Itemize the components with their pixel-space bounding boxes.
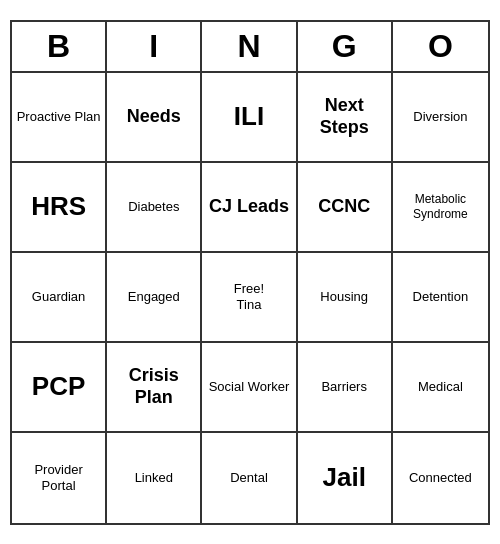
cell-label: Barriers [321,379,367,395]
cell-label: ILI [234,101,264,132]
cell-label: Connected [409,470,472,486]
cell-r3-c0: PCP [12,343,107,433]
cell-label: Guardian [32,289,85,305]
cell-label: Free! Tina [234,281,264,312]
cell-r1-c4: Metabolic Syndrome [393,163,488,253]
cell-label: Diabetes [128,199,179,215]
cell-r2-c4: Detention [393,253,488,343]
cell-label: CCNC [318,196,370,218]
bingo-header: BINGO [12,22,488,73]
cell-r4-c1: Linked [107,433,202,523]
cell-r1-c3: CCNC [298,163,393,253]
cell-label: Crisis Plan [111,365,196,408]
bingo-grid: Proactive PlanNeedsILINext StepsDiversio… [12,73,488,523]
cell-label: Provider Portal [16,462,101,493]
header-letter: N [202,22,297,71]
cell-label: CJ Leads [209,196,289,218]
cell-label: Metabolic Syndrome [397,192,484,221]
cell-r1-c2: CJ Leads [202,163,297,253]
cell-label: Engaged [128,289,180,305]
cell-label: Proactive Plan [17,109,101,125]
cell-r0-c1: Needs [107,73,202,163]
cell-r2-c1: Engaged [107,253,202,343]
header-letter: G [298,22,393,71]
cell-r2-c3: Housing [298,253,393,343]
cell-r3-c4: Medical [393,343,488,433]
cell-label: Linked [135,470,173,486]
bingo-card: BINGO Proactive PlanNeedsILINext StepsDi… [10,20,490,525]
header-letter: O [393,22,488,71]
cell-label: HRS [31,191,86,222]
cell-r0-c3: Next Steps [298,73,393,163]
cell-r0-c0: Proactive Plan [12,73,107,163]
cell-r4-c3: Jail [298,433,393,523]
cell-label: PCP [32,371,85,402]
cell-r3-c1: Crisis Plan [107,343,202,433]
cell-r4-c2: Dental [202,433,297,523]
cell-label: Needs [127,106,181,128]
cell-r1-c0: HRS [12,163,107,253]
cell-label: Jail [323,462,366,493]
cell-label: Dental [230,470,268,486]
cell-label: Housing [320,289,368,305]
cell-label: Detention [413,289,469,305]
cell-label: Social Worker [209,379,290,395]
cell-r3-c2: Social Worker [202,343,297,433]
header-letter: I [107,22,202,71]
cell-r0-c2: ILI [202,73,297,163]
cell-label: Next Steps [302,95,387,138]
cell-r4-c4: Connected [393,433,488,523]
header-letter: B [12,22,107,71]
cell-r0-c4: Diversion [393,73,488,163]
cell-r2-c0: Guardian [12,253,107,343]
cell-r3-c3: Barriers [298,343,393,433]
cell-r4-c0: Provider Portal [12,433,107,523]
cell-r2-c2: Free! Tina [202,253,297,343]
cell-r1-c1: Diabetes [107,163,202,253]
cell-label: Diversion [413,109,467,125]
cell-label: Medical [418,379,463,395]
